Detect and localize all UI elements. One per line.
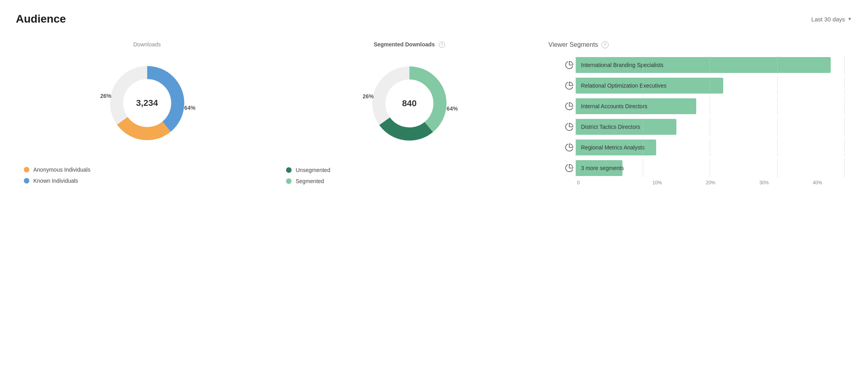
charts-container: Downloads 3,234 26% 64% Anonymous — [16, 41, 852, 197]
bar-fill: International Branding Specialists — [576, 57, 831, 73]
x-tick: 10% — [630, 180, 684, 186]
bar-fill: Internal Accounts Directors — [576, 98, 697, 114]
segmented-help-icon[interactable]: ? — [439, 42, 445, 48]
downloads-chart-section: Downloads 3,234 26% 64% Anonymous — [16, 41, 278, 184]
bar-track: Regional Metrics Analysts — [576, 139, 845, 156]
segment-icon — [563, 100, 576, 113]
x-tick: 30% — [737, 180, 791, 186]
legend-segmented: Segmented — [286, 178, 330, 184]
date-filter[interactable]: Last 30 days ▼ — [811, 16, 852, 23]
bar-label: Relational Optimization Executives — [581, 82, 667, 89]
segmented-chart-title: Segmented Downloads ? — [374, 41, 445, 48]
segmented-label: Segmented — [296, 178, 324, 184]
segment-icon — [563, 79, 576, 92]
bar-track: District Tactics Directors — [576, 118, 845, 136]
segment-icon — [563, 141, 576, 154]
x-axis: 010%20%30%40% — [577, 180, 845, 186]
downloads-legend: Anonymous Individuals Known Individuals — [24, 166, 90, 184]
viewer-segments-section: Viewer Segments ? International Branding… — [541, 41, 853, 197]
downloads-pct-anonymous: 26% — [100, 93, 111, 99]
x-tick: 20% — [684, 180, 737, 186]
bar-label: Internal Accounts Directors — [581, 103, 647, 109]
legend-unsegmented: Unsegmented — [286, 167, 330, 173]
bar-chart: International Branding Specialists Relat… — [549, 56, 845, 197]
segmented-center-value: 840 — [402, 98, 417, 109]
bar-fill: Relational Optimization Executives — [576, 78, 724, 94]
segments-header: Viewer Segments ? — [549, 41, 845, 48]
bar-track: International Branding Specialists — [576, 56, 845, 74]
bar-row: Relational Optimization Executives — [563, 77, 845, 94]
segmented-pct-unsegmented: 26% — [363, 93, 374, 99]
page-header: Audience Last 30 days ▼ — [16, 13, 852, 25]
known-dot — [24, 178, 29, 184]
segmented-donut-wrapper: 840 26% 64% — [366, 60, 453, 147]
bar-label: District Tactics Directors — [581, 124, 640, 130]
bar-row: Regional Metrics Analysts — [563, 139, 845, 156]
bar-track: 3 more segments — [576, 159, 845, 177]
segmented-chart-section: Segmented Downloads ? 840 26% 64% Unsegm… — [278, 41, 540, 184]
bar-label: International Branding Specialists — [581, 62, 664, 68]
segment-icon — [563, 121, 576, 133]
page-title: Audience — [16, 13, 66, 25]
bar-track: Internal Accounts Directors — [576, 98, 845, 115]
bar-label: 3 more segments — [581, 165, 624, 171]
anonymous-dot — [24, 167, 29, 172]
unsegmented-dot — [286, 167, 292, 173]
bar-fill: Regional Metrics Analysts — [576, 140, 656, 155]
x-tick: 40% — [791, 180, 844, 186]
legend-known: Known Individuals — [24, 178, 90, 184]
bar-row: Internal Accounts Directors — [563, 98, 845, 115]
unsegmented-label: Unsegmented — [296, 167, 330, 173]
downloads-donut-wrapper: 3,234 26% 64% — [104, 59, 191, 147]
known-label: Known Individuals — [33, 178, 78, 184]
segmented-legend: Unsegmented Segmented — [286, 167, 330, 184]
anonymous-label: Anonymous Individuals — [33, 166, 90, 173]
segmented-pct-segmented: 64% — [447, 105, 458, 112]
downloads-pct-known: 64% — [184, 105, 196, 111]
x-tick: 0 — [577, 180, 631, 186]
segments-help-icon[interactable]: ? — [601, 41, 609, 48]
segment-icon — [563, 59, 576, 71]
bar-track: Relational Optimization Executives — [576, 77, 845, 94]
downloads-chart-title: Downloads — [133, 41, 161, 48]
segment-icon — [563, 162, 576, 174]
bar-label: Regional Metrics Analysts — [581, 144, 645, 151]
bar-fill: District Tactics Directors — [576, 119, 676, 135]
segments-title: Viewer Segments — [549, 41, 598, 48]
date-filter-label: Last 30 days — [811, 16, 845, 23]
chevron-down-icon: ▼ — [847, 16, 852, 22]
bar-row: International Branding Specialists — [563, 56, 845, 74]
downloads-center-value: 3,234 — [136, 98, 158, 108]
legend-anonymous: Anonymous Individuals — [24, 166, 90, 173]
bar-fill: 3 more segments — [576, 160, 623, 176]
bar-row: 3 more segments — [563, 159, 845, 177]
bar-row: District Tactics Directors — [563, 118, 845, 136]
segmented-dot — [286, 178, 292, 184]
